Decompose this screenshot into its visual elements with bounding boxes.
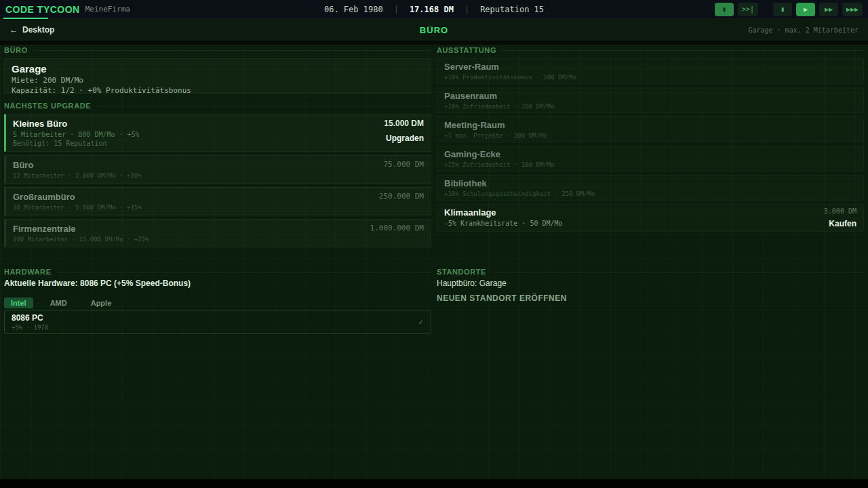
office-column: BÜRO Garage Miete: 200 DM/Mo Kapazität: … — [4, 46, 431, 247]
section-hardware: HARDWARE — [4, 268, 431, 276]
pause-button[interactable]: ▮ — [773, 3, 792, 16]
equipment-name: Gaming-Ecke — [444, 149, 856, 159]
owned-check-icon: ✓ — [418, 319, 424, 326]
section-ausstattung-label: AUSSTATTUNG — [437, 46, 496, 54]
equipment-row-server-raum: Server-Raum +10% Produktivitätsbonus · 5… — [437, 58, 864, 84]
game-window: CODE TYCOON MeineFirma 06. Feb 1980 | 17… — [0, 0, 868, 488]
speed-2x-button[interactable]: ▶▶ — [819, 3, 838, 16]
upgrade-button[interactable]: Upgraden — [386, 134, 424, 143]
back-arrow-icon: ← — [9, 25, 18, 35]
tab-intel[interactable]: Intel — [4, 298, 33, 308]
tab-separator: · — [78, 300, 80, 306]
upgrade-name: Firmenzentrale — [13, 224, 149, 234]
equipment-details: +10% Zufriedenheit · 200 DM/Mo — [444, 103, 856, 110]
hardware-section: HARDWARE Aktuelle Hardware: 8086 PC (+5%… — [4, 268, 431, 334]
hardware-item-details: +5% · 1978 — [12, 324, 48, 331]
equipment-details: +10% Schulungsgeschwindigkeit · 250 DM/M… — [444, 190, 856, 197]
page-header: ← Desktop BÜRO Garage · max. 2 Mitarbeit… — [0, 19, 868, 41]
equipment-price: 3.000 DM — [824, 207, 856, 215]
time-controls: ▮ >>| ▮ ▶ ▶▶ ▶▶▶ — [715, 3, 863, 16]
game-date: 06. Feb 1980 — [324, 5, 383, 14]
equipment-row-pausenraum: Pausenraum +10% Zufriedenheit · 200 DM/M… — [437, 87, 864, 113]
section-hardware-label: HARDWARE — [4, 268, 52, 276]
upgrade-name: Büro — [13, 160, 142, 170]
office-rent: Miete: 200 DM/Mo — [12, 76, 424, 85]
upgrade-name: Kleines Büro — [13, 119, 140, 129]
skip-day-button[interactable]: >>| — [738, 3, 758, 16]
section-next-upgrade-label: NÄCHSTES UPGRADE — [4, 102, 91, 110]
app-title: CODE TYCOON — [5, 4, 80, 15]
tab-amd[interactable]: AMD — [43, 298, 74, 308]
auto-pause-button[interactable]: ▮ — [715, 3, 734, 16]
bottom-letterbox — [0, 479, 868, 488]
upgrade-details: 5 Mitarbeiter · 800 DM/Mo · +5% — [13, 131, 140, 138]
equipment-name: Klimaanlage — [444, 207, 563, 218]
equipment-details: +10% Produktivitätsbonus · 500 DM/Mo — [444, 74, 856, 81]
equipment-details: +15% Zufriedenheit · 100 DM/Mo — [444, 161, 856, 168]
reputation-value: Reputation 15 — [480, 5, 544, 14]
tab-separator: · — [37, 300, 39, 306]
hardware-vendor-tabs: Intel · AMD · Apple — [4, 298, 431, 308]
equipment-column: AUSSTATTUNG Server-Raum +10% Produktivit… — [437, 46, 864, 232]
status-cluster: 06. Feb 1980 | 17.168 DM | Reputation 15 — [324, 5, 544, 14]
office-capacity: Kapazität: 1/2 · +0% Produktivitätsbonus — [12, 86, 424, 95]
equipment-name: Pausenraum — [444, 91, 856, 101]
hardware-item-info: 8086 PC +5% · 1978 — [12, 313, 48, 331]
upgrade-price: 1.000.000 DM — [370, 224, 424, 232]
page-title: BÜRO — [420, 25, 448, 35]
separator: | — [465, 5, 469, 14]
upgrade-name: Großraumbüro — [13, 192, 142, 202]
upgrade-price: 250.000 DM — [379, 192, 424, 201]
pause-bar-icon: ▮ — [722, 5, 726, 13]
back-label: Desktop — [22, 25, 54, 35]
current-office-card: Garage Miete: 200 DM/Mo Kapazität: 1/2 ·… — [4, 58, 431, 94]
upgrade-info: Büro 12 Mitarbeiter · 2.000 DM/Mo · +10% — [13, 160, 142, 179]
buy-button[interactable]: Kaufen — [829, 219, 856, 228]
separator: | — [394, 5, 399, 14]
play-button[interactable]: ▶ — [796, 3, 815, 16]
upgrade-requirement: Benötigt: 15 Reputation — [13, 140, 140, 147]
upgrade-card-kleines-buero: Kleines Büro 5 Mitarbeiter · 800 DM/Mo ·… — [4, 114, 431, 152]
open-new-location-button[interactable]: NEUEN STANDORT ERÖFFNEN — [437, 293, 567, 303]
section-standorte-label: STANDORTE — [437, 268, 486, 276]
back-to-desktop-button[interactable]: ← Desktop — [9, 25, 54, 35]
section-ausstattung: AUSSTATTUNG — [437, 46, 864, 54]
upgrade-info: Kleines Büro 5 Mitarbeiter · 800 DM/Mo ·… — [13, 119, 140, 147]
tab-apple[interactable]: Apple — [84, 298, 119, 308]
fastest-forward-icon: ▶▶▶ — [846, 5, 859, 13]
company-name: MeineFirma — [85, 5, 130, 14]
money-balance: 17.168 DM — [410, 5, 454, 14]
upgrade-card-grossraumbuero: Großraumbüro 30 Mitarbeiter · 5.000 DM/M… — [4, 187, 431, 216]
headquarters-line: Hauptbüro: Garage — [437, 279, 864, 288]
skip-to-end-icon: >>| — [742, 5, 754, 13]
play-icon: ▶ — [804, 5, 808, 13]
hardware-item-8086-pc[interactable]: 8086 PC +5% · 1978 ✓ — [4, 310, 431, 334]
upgrade-actions: 15.000 DM Upgraden — [384, 119, 424, 143]
equipment-row-meeting-raum: Meeting-Raum +1 max. Projekte · 300 DM/M… — [437, 117, 864, 142]
upgrade-details: 30 Mitarbeiter · 5.000 DM/Mo · +15% — [13, 204, 142, 211]
upgrade-details: 100 Mitarbeiter · 15.000 DM/Mo · +25% — [13, 236, 149, 243]
hardware-item-name: 8086 PC — [12, 313, 48, 323]
content-area: BÜRO Garage Miete: 200 DM/Mo Kapazität: … — [0, 45, 868, 479]
section-standorte: STANDORTE — [437, 268, 864, 276]
equipment-name: Server-Raum — [444, 62, 856, 72]
upgrade-info: Firmenzentrale 100 Mitarbeiter · 15.000 … — [13, 224, 149, 243]
equipment-row-klimaanlage: Klimaanlage -5% Krankheitsrate · 50 DM/M… — [437, 204, 864, 232]
equipment-row-bibliothek: Bibliothek +10% Schulungsgeschwindigkeit… — [437, 175, 864, 201]
section-next-upgrade: NÄCHSTES UPGRADE — [4, 102, 431, 110]
upgrade-details: 12 Mitarbeiter · 2.000 DM/Mo · +10% — [13, 172, 142, 179]
speed-3x-button[interactable]: ▶▶▶ — [842, 3, 863, 16]
equipment-row-gaming-ecke: Gaming-Ecke +15% Zufriedenheit · 100 DM/… — [437, 146, 864, 171]
upgrade-card-firmenzentrale: Firmenzentrale 100 Mitarbeiter · 15.000 … — [4, 219, 431, 247]
upgrade-card-buero: Büro 12 Mitarbeiter · 2.000 DM/Mo · +10%… — [4, 155, 431, 184]
equipment-details: -5% Krankheitsrate · 50 DM/Mo — [444, 220, 563, 227]
upgrade-info: Großraumbüro 30 Mitarbeiter · 5.000 DM/M… — [13, 192, 142, 211]
equipment-name: Bibliothek — [444, 178, 856, 188]
section-buero-label: BÜRO — [4, 46, 28, 54]
equipment-name: Meeting-Raum — [444, 120, 856, 130]
equipment-details: +1 max. Projekte · 300 DM/Mo — [444, 132, 856, 139]
office-context-info: Garage · max. 2 Mitarbeiter — [748, 26, 859, 34]
equipment-actions: 3.000 DM Kaufen — [824, 207, 856, 228]
upgrade-price: 75.000 DM — [383, 160, 424, 169]
pause-icon: ▮ — [781, 5, 785, 13]
